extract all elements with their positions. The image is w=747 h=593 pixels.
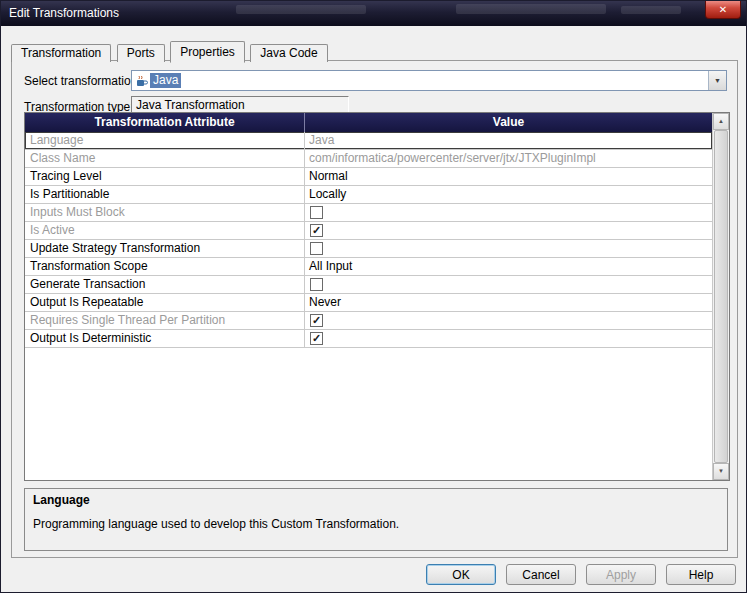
table-row[interactable]: Is Active✓ (25, 222, 712, 240)
value-cell[interactable]: com/informatica/powercenter/server/jtx/J… (305, 150, 712, 167)
combo-dropdown-button[interactable]: ▼ (708, 71, 726, 90)
attribute-cell: Generate Transaction (25, 276, 305, 293)
chevron-down-icon: ▼ (709, 71, 726, 90)
titlebar-glass-artifact (456, 4, 606, 14)
grid-rows: LanguageJavaClass Namecom/informatica/po… (25, 132, 712, 480)
value-cell: ✓ (305, 330, 712, 347)
scrollbar-thumb[interactable] (714, 130, 728, 463)
tab-properties[interactable]: Properties (170, 41, 245, 63)
value-cell (305, 240, 712, 257)
tab-java-code[interactable]: Java Code (250, 44, 327, 62)
description-title: Language (33, 493, 719, 507)
close-icon: ✕ (719, 4, 727, 15)
checkbox-unchecked-icon[interactable] (310, 278, 323, 291)
checkbox-checked-icon[interactable]: ✓ (310, 314, 323, 327)
table-row[interactable]: Inputs Must Block (25, 204, 712, 222)
table-row[interactable]: LanguageJava (25, 132, 712, 150)
table-row[interactable]: Tracing LevelNormal (25, 168, 712, 186)
titlebar-glass-artifact (236, 5, 366, 14)
scroll-down-button[interactable]: ▼ (713, 463, 729, 480)
value-cell: ✓ (305, 222, 712, 239)
edit-transformations-dialog: Edit Transformations ✕ Transformation Po… (0, 0, 747, 593)
value-cell[interactable]: Java (305, 132, 712, 149)
triangle-down-icon: ▼ (714, 464, 728, 479)
ok-button[interactable]: OK (426, 564, 496, 585)
table-row[interactable]: Output Is RepeatableNever (25, 294, 712, 312)
value-cell: ✓ (305, 312, 712, 329)
cancel-button[interactable]: Cancel (506, 564, 576, 585)
value-cell[interactable]: All Input (305, 258, 712, 275)
attribute-cell: Language (25, 132, 305, 149)
titlebar-glass-artifact (621, 6, 681, 14)
attribute-cell: Is Partitionable (25, 186, 305, 203)
tab-transformation[interactable]: Transformation (11, 44, 111, 62)
select-transformation-label: Select transformation: (24, 74, 141, 88)
table-row[interactable]: Update Strategy Transformation (25, 240, 712, 258)
value-cell[interactable]: Normal (305, 168, 712, 185)
select-transformation-combobox[interactable]: Java ▼ (131, 70, 727, 91)
description-text: Programming language used to develop thi… (33, 517, 719, 531)
header-value[interactable]: Value (305, 113, 712, 132)
table-row[interactable]: Requires Single Thread Per Partition✓ (25, 312, 712, 330)
apply-button[interactable]: Apply (586, 564, 656, 585)
value-cell[interactable]: Locally (305, 186, 712, 203)
table-row[interactable]: Output Is Deterministic✓ (25, 330, 712, 348)
properties-tab-panel: Select transformation: Java ▼ Transforma… (11, 60, 738, 558)
combo-selected-value: Java (150, 73, 181, 88)
dialog-buttons: OK Cancel Apply Help (426, 564, 736, 585)
table-row[interactable]: Generate Transaction (25, 276, 712, 294)
java-transformation-icon (135, 74, 148, 87)
vertical-scrollbar[interactable]: ▲ ▼ (712, 113, 729, 480)
attribute-cell: Transformation Scope (25, 258, 305, 275)
header-attribute[interactable]: Transformation Attribute (25, 113, 305, 132)
close-button[interactable]: ✕ (705, 1, 741, 19)
table-row[interactable]: Transformation ScopeAll Input (25, 258, 712, 276)
attribute-cell: Inputs Must Block (25, 204, 305, 221)
attribute-cell: Is Active (25, 222, 305, 239)
checkbox-checked-icon[interactable]: ✓ (310, 224, 323, 237)
help-button[interactable]: Help (666, 564, 736, 585)
table-row[interactable]: Is PartitionableLocally (25, 186, 712, 204)
attribute-cell: Output Is Deterministic (25, 330, 305, 347)
checkbox-unchecked-icon[interactable] (310, 206, 323, 219)
attribute-cell: Output Is Repeatable (25, 294, 305, 311)
attribute-cell: Class Name (25, 150, 305, 167)
titlebar[interactable]: Edit Transformations ✕ (1, 1, 746, 26)
triangle-up-icon: ▲ (714, 114, 728, 129)
attribute-cell: Tracing Level (25, 168, 305, 185)
attribute-cell: Update Strategy Transformation (25, 240, 305, 257)
tab-strip: Transformation Ports Properties Java Cod… (11, 40, 329, 61)
tab-ports[interactable]: Ports (117, 44, 165, 62)
table-header: Transformation Attribute Value (25, 113, 712, 132)
attributes-table: Transformation Attribute Value LanguageJ… (24, 112, 730, 481)
value-cell (305, 276, 712, 293)
checkbox-checked-icon[interactable]: ✓ (310, 332, 323, 345)
attribute-cell: Requires Single Thread Per Partition (25, 312, 305, 329)
description-panel: Language Programming language used to de… (24, 488, 728, 551)
value-cell[interactable]: Never (305, 294, 712, 311)
scroll-up-button[interactable]: ▲ (713, 113, 729, 130)
window-title: Edit Transformations (9, 6, 119, 20)
checkbox-unchecked-icon[interactable] (310, 242, 323, 255)
table-row[interactable]: Class Namecom/informatica/powercenter/se… (25, 150, 712, 168)
value-cell (305, 204, 712, 221)
